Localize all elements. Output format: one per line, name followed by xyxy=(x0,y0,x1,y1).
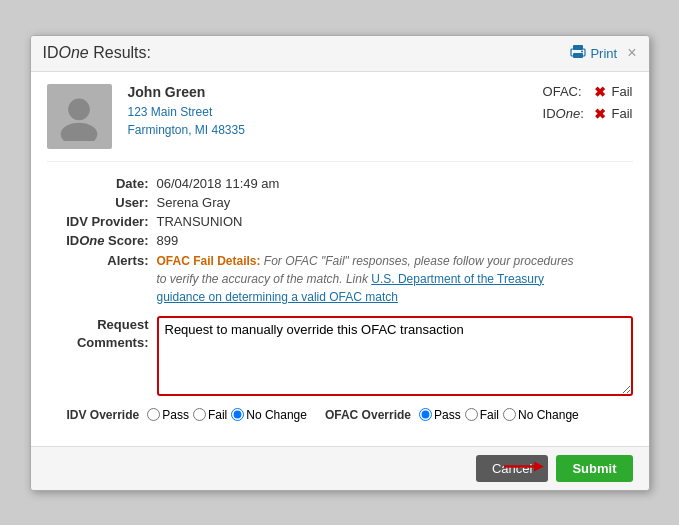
idv-nochange-option[interactable]: No Change xyxy=(231,408,307,422)
comments-label-line2: Comments: xyxy=(77,335,149,350)
svg-marker-7 xyxy=(534,462,544,472)
idv-nochange-radio[interactable] xyxy=(231,408,244,421)
idone-score-label: IDOne Score: xyxy=(47,233,157,248)
avatar xyxy=(47,84,112,149)
idone-score-row: IDOne Score: 899 xyxy=(47,233,633,248)
ofac-check-result: Fail xyxy=(612,84,633,99)
info-grid: Date: 06/04/2018 11:49 am User: Serena G… xyxy=(47,176,633,306)
ofac-nochange-radio[interactable] xyxy=(503,408,516,421)
idv-pass-radio[interactable] xyxy=(147,408,160,421)
idv-provider-row: IDV Provider: TRANSUNION xyxy=(47,214,633,229)
comments-textarea[interactable]: Request to manually override this OFAC t… xyxy=(157,316,633,396)
ofac-fail-icon: ✖ xyxy=(594,84,606,100)
idv-override-label: IDV Override xyxy=(67,408,140,422)
close-button[interactable]: × xyxy=(627,45,636,61)
ofac-check-row: OFAC: ✖ Fail xyxy=(543,84,633,100)
title-prefix: ID xyxy=(43,44,59,61)
idv-provider-label: IDV Provider: xyxy=(47,214,157,229)
svg-point-5 xyxy=(61,123,98,141)
printer-icon xyxy=(570,44,586,63)
alerts-label: Alerts: xyxy=(47,253,157,268)
override-row: IDV Override Pass Fail No Change OFAC Ov… xyxy=(47,408,633,422)
person-address: 123 Main Street Farmington, MI 48335 xyxy=(128,103,543,139)
idv-fail-radio[interactable] xyxy=(193,408,206,421)
idone-results-modal: IDOne Results: Print × xyxy=(30,35,650,491)
idv-provider-value: TRANSUNION xyxy=(157,214,243,229)
date-row: Date: 06/04/2018 11:49 am xyxy=(47,176,633,191)
submit-button[interactable]: Submit xyxy=(556,455,632,482)
modal-header: IDOne Results: Print × xyxy=(31,36,649,72)
alerts-value: OFAC Fail Details: For OFAC "Fail" respo… xyxy=(157,252,577,306)
arrow-indicator xyxy=(504,457,544,480)
address-line2: Farmington, MI 48335 xyxy=(128,121,543,139)
ofac-nochange-option[interactable]: No Change xyxy=(503,408,579,422)
person-name: John Green xyxy=(128,84,543,100)
person-info: John Green 123 Main Street Farmington, M… xyxy=(128,84,543,139)
title-em: One xyxy=(59,44,89,61)
user-label: User: xyxy=(47,195,157,210)
user-row: User: Serena Gray xyxy=(47,195,633,210)
comments-label: Request Comments: xyxy=(47,316,157,352)
svg-rect-2 xyxy=(573,53,583,58)
svg-point-4 xyxy=(68,99,90,121)
idone-check-result: Fail xyxy=(612,106,633,121)
modal-body: John Green 123 Main Street Farmington, M… xyxy=(31,72,649,446)
comments-row: Request Comments: Request to manually ov… xyxy=(47,316,633,396)
ofac-fail-option[interactable]: Fail xyxy=(465,408,499,422)
ofac-fail-radio[interactable] xyxy=(465,408,478,421)
svg-point-3 xyxy=(581,50,583,52)
alerts-bold-text: OFAC Fail Details: xyxy=(157,254,261,268)
print-label: Print xyxy=(590,46,617,61)
date-label: Date: xyxy=(47,176,157,191)
idone-check-row: IDOne: ✖ Fail xyxy=(543,106,633,122)
ofac-pass-radio[interactable] xyxy=(419,408,432,421)
date-value: 06/04/2018 11:49 am xyxy=(157,176,280,191)
check-results: OFAC: ✖ Fail IDOne: ✖ Fail xyxy=(543,84,633,122)
idone-score-value: 899 xyxy=(157,233,179,248)
modal-footer: Cancel Submit xyxy=(31,446,649,490)
header-actions: Print × xyxy=(570,44,636,63)
alerts-row: Alerts: OFAC Fail Details: For OFAC "Fai… xyxy=(47,252,633,306)
user-value: Serena Gray xyxy=(157,195,231,210)
ofac-check-label: OFAC: xyxy=(543,84,588,99)
print-button[interactable]: Print xyxy=(570,44,617,63)
person-section: John Green 123 Main Street Farmington, M… xyxy=(47,84,633,162)
title-suffix: Results: xyxy=(89,44,151,61)
idv-fail-option[interactable]: Fail xyxy=(193,408,227,422)
idone-check-label: IDOne: xyxy=(543,106,588,121)
idone-fail-icon: ✖ xyxy=(594,106,606,122)
modal-title: IDOne Results: xyxy=(43,44,152,62)
ofac-override-label: OFAC Override xyxy=(325,408,411,422)
ofac-pass-option[interactable]: Pass xyxy=(419,408,461,422)
address-line1: 123 Main Street xyxy=(128,103,543,121)
idv-pass-option[interactable]: Pass xyxy=(147,408,189,422)
comments-label-line1: Request xyxy=(97,317,148,332)
